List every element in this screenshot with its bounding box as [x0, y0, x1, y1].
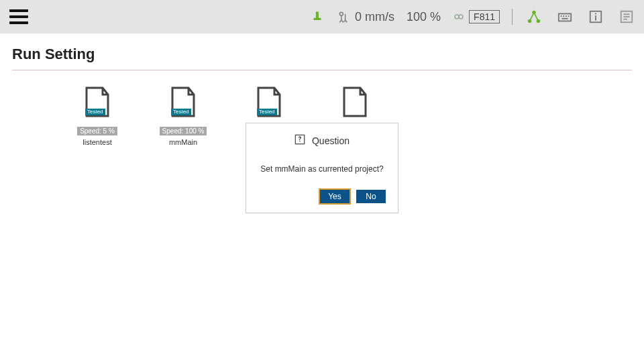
svg-rect-13: [595, 13, 596, 15]
keyboard-icon[interactable]: [557, 9, 573, 25]
file-icon: Tested: [256, 87, 282, 117]
question-icon: [294, 134, 305, 147]
svg-rect-7: [561, 15, 562, 17]
svg-rect-11: [561, 18, 568, 19]
tested-badge: Tested: [257, 109, 277, 115]
log-icon[interactable]: [619, 9, 635, 25]
svg-point-2: [459, 15, 463, 19]
link-icon: [453, 11, 465, 23]
svg-rect-10: [568, 15, 570, 17]
svg-rect-8: [563, 15, 564, 17]
file-label: mmMain: [169, 138, 197, 146]
info-icon[interactable]: [588, 9, 604, 25]
dialog-title: Question: [312, 135, 350, 146]
title-rule: [12, 70, 632, 70]
mode-icon: [312, 10, 325, 23]
file-icon: [341, 87, 368, 117]
status-percent: 100 %: [407, 10, 441, 24]
status-group: 0 mm/s 100 % F811: [312, 9, 513, 25]
tested-badge: Tested: [171, 109, 191, 115]
code-box: F811: [469, 10, 500, 23]
network-icon[interactable]: [526, 9, 542, 25]
speed-tag: Speed: 100 %: [160, 127, 207, 135]
toolbar-icons: [526, 9, 635, 25]
percent-readout: 100 %: [407, 10, 441, 24]
question-dialog: Question Set mmMain as currented project…: [246, 123, 398, 213]
dialog-header: Question: [258, 134, 386, 147]
divider: [512, 9, 513, 25]
file-icon: Tested: [84, 87, 111, 117]
no-button[interactable]: No: [356, 190, 386, 203]
svg-point-0: [339, 12, 343, 15]
svg-rect-9: [566, 15, 567, 17]
status-mode: [312, 10, 325, 23]
file-item-listentest[interactable]: Tested Speed: 5 % listentest: [74, 87, 121, 146]
svg-rect-17: [299, 141, 300, 141]
tested-badge: Tested: [85, 109, 105, 115]
robot-speed-icon: [337, 10, 351, 23]
speed-readout: 0 mm/s: [355, 10, 394, 24]
top-bar: 0 mm/s 100 % F811: [0, 0, 644, 34]
status-speed: 0 mm/s: [337, 10, 394, 24]
status-code: F811: [453, 10, 500, 23]
file-icon: Tested: [170, 87, 197, 117]
file-label: listentest: [83, 138, 111, 146]
yes-button[interactable]: Yes: [320, 190, 350, 203]
dialog-actions: Yes No: [258, 190, 386, 203]
file-item-mmmain[interactable]: Tested Speed: 100 % mmMain: [160, 87, 207, 146]
dialog-body: Set mmMain as currented project?: [258, 164, 386, 174]
svg-rect-14: [595, 15, 596, 20]
speed-tag: Speed: 5 %: [77, 127, 117, 135]
page-title: Run Setting: [12, 46, 632, 70]
svg-rect-6: [559, 13, 571, 21]
menu-button[interactable]: [9, 9, 28, 24]
svg-point-1: [455, 15, 459, 19]
